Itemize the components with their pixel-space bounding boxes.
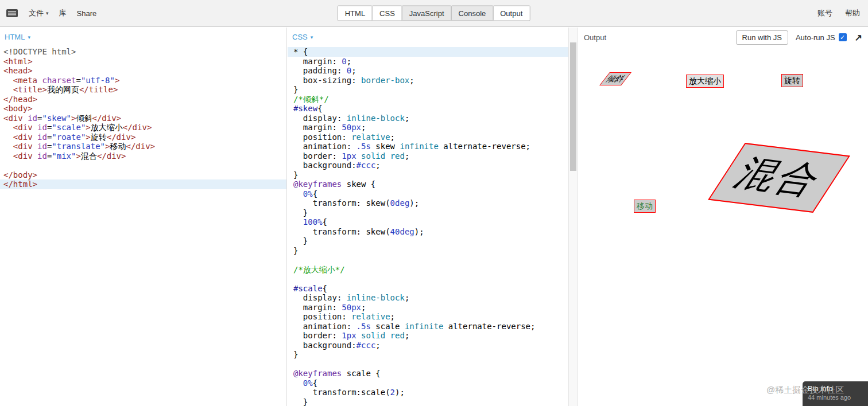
code-token: ; — [405, 293, 409, 302]
code-line[interactable]: } — [288, 85, 568, 95]
code-line[interactable]: position: relative; — [288, 312, 568, 322]
code-line[interactable]: display: inline-block; — [288, 114, 568, 123]
code-token: "skew" — [42, 114, 71, 123]
code-line[interactable]: transform: skew(40deg); — [288, 227, 568, 237]
code-line[interactable]: transform: skew(0deg); — [288, 198, 568, 208]
menu-file-label: 文件 — [29, 8, 44, 18]
code-line[interactable]: <div id="scale">放大缩小</div> — [0, 123, 286, 132]
code-line[interactable]: </body> — [0, 170, 286, 180]
code-token: "utf-8" — [81, 76, 115, 85]
code-line[interactable]: </head> — [0, 95, 286, 104]
code-token — [3, 76, 13, 85]
topbar-left-menu: 文件 ▾ 库 Share — [6, 0, 96, 26]
code-line[interactable] — [288, 360, 568, 369]
code-line[interactable]: border: 1px solid red; — [288, 151, 568, 161]
autorun-js-checkbox[interactable]: ✓ — [839, 33, 847, 41]
code-token: alternate-reverse; — [439, 142, 530, 151]
code-line[interactable]: box-sizing: border-box; — [288, 76, 568, 85]
css-code-area[interactable]: * { margin: 0; padding: 0; box-sizing: b… — [288, 47, 568, 406]
code-token — [3, 142, 13, 151]
code-line[interactable]: <div id="translate">移动</div> — [0, 142, 286, 151]
code-token: "scale" — [52, 123, 86, 132]
html-panel-title: HTML — [5, 33, 25, 41]
html-editor-panel[interactable]: HTML ▾ <!DOCTYPE html><html><head> <meta… — [0, 28, 287, 406]
open-output-new-window-icon[interactable]: ↗ — [855, 32, 862, 43]
code-line[interactable] — [0, 161, 286, 170]
code-token — [293, 76, 303, 85]
code-line[interactable]: background:#ccc; — [288, 161, 568, 170]
code-line[interactable]: border: 1px solid red; — [288, 331, 568, 341]
code-line[interactable]: <html> — [0, 57, 286, 67]
code-token: ; — [351, 66, 356, 75]
code-line[interactable]: <!DOCTYPE html> — [0, 47, 286, 57]
code-line[interactable]: } — [288, 397, 568, 406]
code-token: 0deg — [390, 198, 410, 208]
code-line[interactable]: #scale{ — [288, 284, 568, 294]
code-line[interactable]: <div id="skew">倾斜</div> — [0, 114, 286, 123]
code-line[interactable]: margin: 0; — [288, 57, 568, 67]
tab-console[interactable]: Console — [451, 6, 494, 21]
code-token: skew — [371, 142, 400, 151]
code-line[interactable]: } — [288, 350, 568, 360]
code-line[interactable]: <meta charset="utf-8"> — [0, 76, 286, 85]
code-line[interactable]: 100%{ — [288, 217, 568, 227]
code-token — [293, 142, 303, 151]
html-panel-menu[interactable]: HTML ▾ — [5, 33, 30, 41]
code-line[interactable]: transform:scale(2); — [288, 388, 568, 397]
menu-library[interactable]: 库 — [59, 8, 67, 18]
css-editor-scrollbar[interactable] — [568, 28, 577, 406]
topbar-right-menu: 账号 帮助 — [817, 0, 860, 26]
code-line[interactable]: * { — [288, 47, 568, 57]
code-line[interactable]: background:#ccc; — [288, 341, 568, 350]
code-line[interactable]: margin: 50px; — [288, 303, 568, 313]
menu-account[interactable]: 账号 — [817, 8, 832, 18]
code-line[interactable]: </html> — [0, 179, 286, 189]
code-line[interactable]: margin: 50px; — [288, 123, 568, 132]
tab-css[interactable]: CSS — [372, 6, 402, 21]
code-line[interactable]: } — [288, 170, 568, 180]
code-line[interactable]: animation: .5s scale infinite alternate-… — [288, 322, 568, 331]
code-token: ; — [375, 341, 380, 350]
code-token: : — [337, 66, 347, 75]
code-line[interactable]: 0%{ — [288, 378, 568, 388]
code-line[interactable]: <head> — [0, 66, 286, 76]
code-token: <div — [13, 151, 33, 161]
code-line[interactable]: animation: .5s skew infinite alternate-r… — [288, 142, 568, 151]
scrollbar-thumb[interactable] — [570, 42, 576, 171]
code-line[interactable]: <div id="mix">混合</div> — [0, 151, 286, 161]
css-panel-menu[interactable]: CSS ▾ — [292, 33, 313, 41]
html-code-area[interactable]: <!DOCTYPE html><html><head> <meta charse… — [0, 47, 286, 189]
code-line[interactable]: display: inline-block; — [288, 293, 568, 303]
code-line[interactable]: /*放大缩小*/ — [288, 265, 568, 275]
menu-share[interactable]: Share — [77, 9, 97, 18]
code-line[interactable]: /*倾斜*/ — [288, 95, 568, 104]
code-line[interactable] — [288, 255, 568, 265]
code-token: 倾斜 — [76, 114, 92, 123]
tab-output[interactable]: Output — [493, 6, 530, 21]
code-token: 1px — [342, 151, 356, 161]
code-line[interactable]: padding: 0; — [288, 66, 568, 76]
code-line[interactable]: 0%{ — [288, 189, 568, 199]
jsbin-logo-icon[interactable] — [6, 8, 18, 18]
code-line[interactable]: @keyframes skew { — [288, 179, 568, 189]
code-line[interactable]: <div id="roate">旋转</div> — [0, 132, 286, 142]
code-token — [3, 151, 13, 161]
code-line[interactable]: } — [288, 246, 568, 256]
run-with-js-button[interactable]: Run with JS — [736, 30, 788, 45]
code-line[interactable]: position: relative; — [288, 132, 568, 142]
css-editor-panel[interactable]: CSS ▾ * { margin: 0; padding: 0; box-siz… — [288, 28, 568, 406]
code-line[interactable]: @keyframes scale { — [288, 369, 568, 378]
panel-tabs: HTMLCSSJavaScriptConsoleOutput — [338, 6, 530, 21]
code-line[interactable]: } — [288, 208, 568, 218]
tab-html[interactable]: HTML — [338, 6, 373, 21]
tab-javascript[interactable]: JavaScript — [402, 6, 452, 21]
code-token: padding — [303, 66, 337, 75]
menu-file[interactable]: 文件 ▾ — [29, 8, 49, 18]
code-line[interactable]: #skew{ — [288, 104, 568, 114]
code-token: ; — [405, 151, 409, 161]
code-line[interactable] — [288, 274, 568, 284]
menu-help[interactable]: 帮助 — [845, 8, 860, 18]
code-line[interactable]: <body> — [0, 104, 286, 114]
code-line[interactable]: } — [288, 236, 568, 246]
code-line[interactable]: <title>我的网页</title> — [0, 85, 286, 95]
